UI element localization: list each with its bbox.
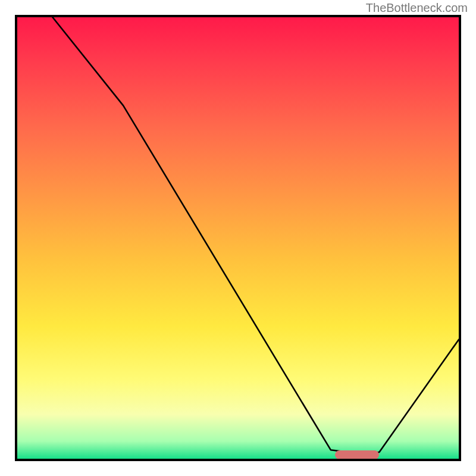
attribution-text: TheBottleneck.com xyxy=(366,1,468,15)
plot-axes-top-right xyxy=(15,15,461,461)
